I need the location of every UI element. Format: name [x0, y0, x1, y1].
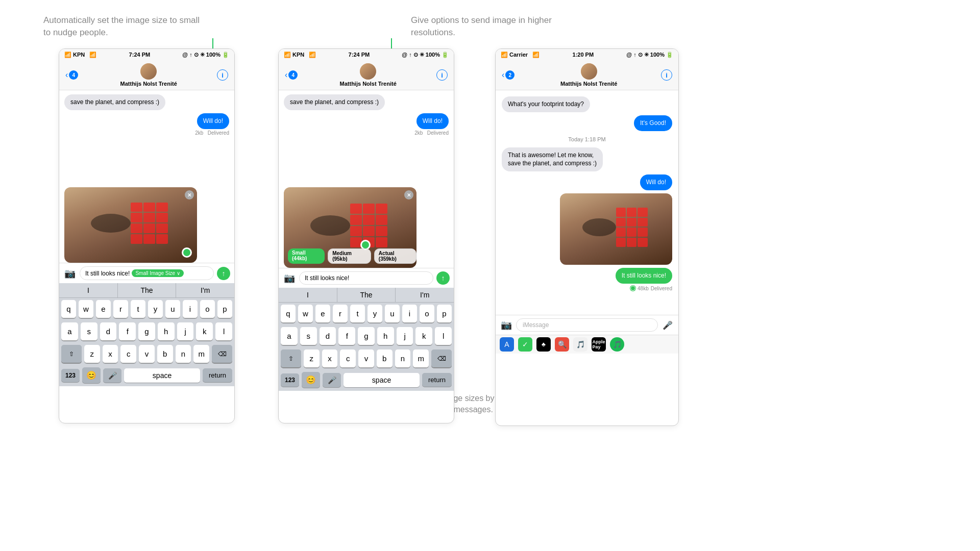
phone3-red-icon[interactable]: 🔍	[555, 337, 569, 352]
key-j[interactable]: j	[177, 322, 194, 341]
phone2-res-small[interactable]: Small (44kb)	[288, 248, 325, 264]
key-c[interactable]: c	[120, 345, 136, 363]
key-space[interactable]: space	[124, 368, 200, 383]
p2-key-i[interactable]: i	[402, 305, 417, 323]
phone3-imessage-input[interactable]: iMessage	[516, 318, 658, 332]
phone1-info-button[interactable]: i	[217, 69, 228, 81]
key-y[interactable]: y	[148, 300, 163, 318]
p2-key-m[interactable]: m	[413, 349, 429, 368]
key-s[interactable]: s	[81, 322, 97, 341]
phone2-res-medium[interactable]: Medium (95kb)	[328, 248, 371, 264]
key-m[interactable]: m	[193, 345, 209, 363]
key-n[interactable]: n	[176, 345, 191, 363]
p2-key-y[interactable]: y	[368, 305, 382, 323]
phone3-info-button[interactable]: i	[661, 69, 672, 81]
phone2-back-button[interactable]: ‹ 4	[285, 70, 300, 80]
key-b[interactable]: b	[157, 345, 173, 363]
phone3-mic-button[interactable]: 🎤	[661, 318, 674, 332]
p2-key-f[interactable]: f	[338, 327, 355, 345]
p2-key-g[interactable]: g	[358, 327, 375, 345]
phone2-camera-button[interactable]: 📷	[283, 271, 296, 285]
p2-key-space[interactable]: space	[344, 373, 420, 387]
p2-key-w[interactable]: w	[298, 305, 313, 323]
phone1-message-field[interactable]: It still looks nice! Small Image Size ∨	[80, 266, 214, 280]
phone2-message-field[interactable]: It still looks nice!	[299, 271, 433, 285]
p2-key-delete[interactable]: ⌫	[431, 349, 452, 368]
p2-key-q[interactable]: q	[281, 305, 296, 323]
key-return[interactable]: return	[203, 368, 232, 382]
p2-key-e[interactable]: e	[315, 305, 330, 323]
key-delete[interactable]: ⌫	[212, 345, 232, 363]
key-123[interactable]: 123	[61, 369, 80, 382]
p2-key-d[interactable]: d	[320, 327, 336, 345]
key-u[interactable]: u	[165, 300, 180, 318]
key-f[interactable]: f	[119, 322, 136, 341]
p2-key-j[interactable]: j	[397, 327, 413, 345]
p2-key-t[interactable]: t	[350, 305, 365, 323]
p2-key-u[interactable]: u	[385, 305, 400, 323]
phone2-close-attachment[interactable]: ✕	[404, 190, 413, 199]
p2-key-v[interactable]: v	[358, 349, 374, 368]
phone3-appstore-icon[interactable]: A	[500, 337, 514, 352]
key-k[interactable]: k	[196, 322, 213, 341]
phone1-suggestion-2[interactable]: The	[118, 283, 177, 297]
key-t[interactable]: t	[131, 300, 145, 318]
key-a[interactable]: a	[61, 322, 78, 341]
p2-key-emoji[interactable]: 😊	[302, 372, 320, 388]
phone1-close-attachment[interactable]: ✕	[185, 190, 194, 199]
phone1-back-button[interactable]: ‹ 4	[65, 70, 80, 80]
key-d[interactable]: d	[100, 322, 117, 341]
key-w[interactable]: w	[79, 300, 93, 318]
p2-key-b[interactable]: b	[377, 349, 393, 368]
p2-key-p[interactable]: p	[437, 305, 452, 323]
key-shift[interactable]: ⇧	[61, 345, 82, 363]
phone3-camera-button[interactable]: 📷	[500, 318, 513, 332]
phone1-camera-button[interactable]: 📷	[63, 267, 77, 280]
phone1-suggestion-3[interactable]: I'm	[176, 283, 234, 297]
p2-key-x[interactable]: x	[322, 349, 338, 368]
p2-key-c[interactable]: c	[340, 349, 356, 368]
p2-key-n[interactable]: n	[395, 349, 411, 368]
phone3-spotify-icon[interactable]: 🎵	[610, 337, 624, 352]
key-i[interactable]: i	[183, 300, 198, 318]
p2-key-shift[interactable]: ⇧	[281, 349, 301, 368]
phone3-circle-icon[interactable]: ✓	[518, 337, 532, 352]
key-o[interactable]: o	[200, 300, 215, 318]
key-q[interactable]: q	[61, 300, 76, 318]
phone1-size-badge[interactable]: Small Image Size ∨	[132, 269, 184, 277]
p2-key-123[interactable]: 123	[281, 373, 299, 387]
key-h[interactable]: h	[158, 322, 175, 341]
phone3-applepay-icon[interactable]: Apple Pay	[592, 337, 606, 352]
key-e[interactable]: e	[96, 300, 111, 318]
phone3-music-icon[interactable]: 🎵	[573, 337, 587, 352]
key-r[interactable]: r	[113, 300, 128, 318]
key-l[interactable]: l	[215, 322, 232, 341]
key-p[interactable]: p	[217, 300, 232, 318]
p2-key-s[interactable]: s	[300, 327, 317, 345]
phone1-send-button[interactable]: ↑	[217, 267, 230, 280]
p2-key-mic[interactable]: 🎤	[323, 373, 341, 387]
key-v[interactable]: v	[139, 345, 155, 363]
phone2-suggestion-1[interactable]: I	[279, 288, 337, 302]
phone3-dark-icon[interactable]: ♣	[536, 337, 551, 352]
phone2-res-actual[interactable]: Actual (359kb)	[374, 248, 416, 264]
p2-key-k[interactable]: k	[415, 327, 432, 345]
p2-key-return[interactable]: return	[422, 373, 452, 387]
p2-key-a[interactable]: a	[281, 327, 298, 345]
p2-key-l[interactable]: l	[435, 327, 452, 345]
phone1-suggestion-1[interactable]: I	[59, 283, 118, 297]
phone2-suggestion-2[interactable]: The	[337, 288, 396, 302]
phone2-send-button[interactable]: ↑	[436, 271, 450, 285]
phone2-info-button[interactable]: i	[436, 69, 448, 81]
phone2-suggestion-3[interactable]: I'm	[396, 288, 454, 302]
key-g[interactable]: g	[138, 322, 155, 341]
phone3-back-button[interactable]: ‹ 2	[502, 70, 517, 80]
p2-key-r[interactable]: r	[333, 305, 348, 323]
p2-key-h[interactable]: h	[377, 327, 394, 345]
key-emoji[interactable]: 😊	[82, 367, 101, 383]
key-x[interactable]: x	[103, 345, 118, 363]
p2-key-z[interactable]: z	[304, 349, 320, 368]
p2-key-o[interactable]: o	[420, 305, 434, 323]
key-mic[interactable]: 🎤	[103, 368, 121, 383]
key-z[interactable]: z	[84, 345, 100, 363]
